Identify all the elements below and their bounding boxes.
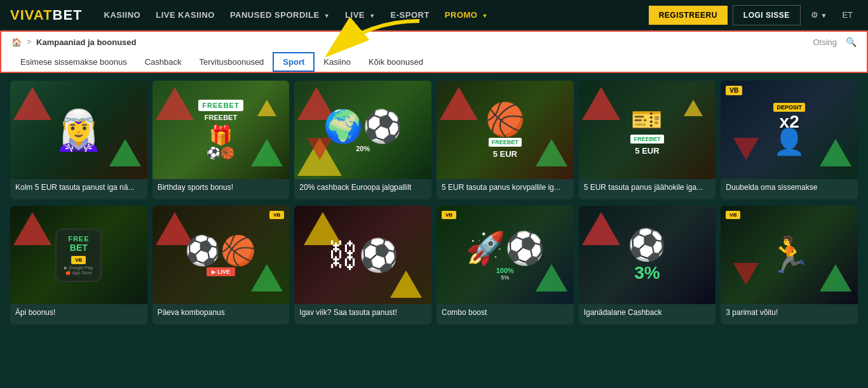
card2-freebet: FREEBET: [198, 100, 243, 111]
nav-esport[interactable]: E-SPORT: [384, 8, 436, 22]
breadcrumb-current: Kampaaniad ja boonused: [36, 37, 136, 47]
promo-card-11[interactable]: ⚽ 3% Iganädalane Cashback: [579, 206, 716, 324]
promo-card-3[interactable]: 🌍⚽ 20% 20% cashback Euroopa jalgpallilt: [294, 81, 431, 199]
main-nav: KASIINO LIVE KASIINO PANUSED SPORDILE ▼ …: [98, 8, 649, 22]
card1-visual: 🧝‍♀️: [54, 110, 103, 150]
card3-title: 20% cashback Euroopa jalgpallilt: [294, 179, 431, 199]
nav-panused-spordile[interactable]: PANUSED SPORDILE ▼: [224, 8, 336, 22]
site-logo[interactable]: VIVATBET: [10, 7, 83, 23]
breadcrumb-home-icon[interactable]: 🏠: [11, 37, 22, 47]
promo-card-12[interactable]: 🏃 VB 3 parimat võitu!: [721, 206, 858, 324]
promo-card-10[interactable]: 🚀⚽ 100% 5% VB Combo boost: [437, 206, 574, 324]
breadcrumb: 🏠 > Kampaaniad ja boonused Otsing 🔍: [11, 37, 857, 47]
logo-vivat: VIVAT: [10, 7, 53, 23]
search-icon[interactable]: 🔍: [846, 37, 857, 47]
settings-button[interactable]: ⚙ ▼: [806, 8, 832, 22]
card2-title: Birthday sports bonus!: [153, 179, 290, 199]
breadcrumb-separator: >: [27, 37, 31, 46]
card6-title: Duubelda oma sissemakse: [721, 179, 858, 199]
register-button[interactable]: REGISTREERU: [649, 6, 728, 25]
main-header: VIVATBET KASIINO LIVE KASIINO PANUSED SP…: [0, 0, 868, 30]
nav-kasiino[interactable]: KASIINO: [98, 8, 147, 22]
card8-title: Päeva kombopanus: [153, 304, 290, 324]
promo-grid-row1: 🧝‍♀️ Kolm 5 EUR tasuta panust iga nä... …: [10, 81, 858, 199]
filter-bar: 🏠 > Kampaaniad ja boonused Otsing 🔍 Esim…: [0, 30, 868, 73]
filter-tabs: Esimese sissemakse boonus Cashback Tervi…: [11, 52, 857, 72]
main-content: 🧝‍♀️ Kolm 5 EUR tasuta panust iga nä... …: [0, 73, 868, 338]
promo-card-7[interactable]: FREE BET VB ▶ Google Play 🍎 App Store Äp…: [10, 206, 147, 324]
logo-bet: BET: [53, 7, 83, 23]
promo-card-8[interactable]: ⚽🏀 ▶ LIVE VB Päeva kombopanus: [153, 206, 290, 324]
promo-card-6[interactable]: DEPOSIT x2 👤 VB Duubelda oma sissemakse: [721, 81, 858, 199]
tab-sport[interactable]: Sport: [273, 52, 315, 72]
tab-tervitus[interactable]: Tervitusboonused: [190, 53, 273, 70]
promo-card-4[interactable]: 🏀 FREEBET 5 EUR 5 EUR tasuta panus korvp…: [437, 81, 574, 199]
language-selector[interactable]: ET: [837, 8, 858, 22]
tab-esimese[interactable]: Esimese sissemakse boonus: [11, 53, 136, 70]
card12-title: 3 parimat võitu!: [721, 304, 858, 324]
promo-card-2[interactable]: FREEBET FREEBET 🎁 ⚽🏀 Birthday sports bon…: [153, 81, 290, 199]
card9-title: Igav viik? Saa tasuta panust!: [294, 304, 431, 324]
card10-title: Combo boost: [437, 304, 574, 324]
card11-title: Iganädalane Cashback: [579, 304, 716, 324]
promo-grid-row2: FREE BET VB ▶ Google Play 🍎 App Store Äp…: [10, 206, 858, 324]
login-button[interactable]: LOGI SISSE: [733, 5, 801, 25]
header-actions: REGISTREERU LOGI SISSE ⚙ ▼ ET: [649, 5, 858, 25]
promo-card-1[interactable]: 🧝‍♀️ Kolm 5 EUR tasuta panust iga nä...: [10, 81, 147, 199]
card1-title: Kolm 5 EUR tasuta panust iga nä...: [10, 179, 147, 199]
nav-live[interactable]: LIVE ▼: [339, 8, 381, 22]
promo-card-5[interactable]: 🎫 FREEBET 5 EUR 5 EUR tasuta panus jääho…: [579, 81, 716, 199]
search-label: Otsing: [813, 37, 837, 47]
tab-cashback[interactable]: Cashback: [136, 53, 191, 70]
nav-promo[interactable]: PROMO ▼: [438, 8, 494, 22]
tab-koik[interactable]: Kõik boonused: [360, 53, 432, 70]
nav-live-kasiino[interactable]: LIVE KASIINO: [149, 8, 221, 22]
card7-title: Äpi boonus!: [10, 304, 147, 324]
promo-card-9[interactable]: ⛓⚽ Igav viik? Saa tasuta panust!: [294, 206, 431, 324]
tab-kasiino[interactable]: Kasiino: [315, 53, 360, 70]
card4-title: 5 EUR tasuta panus korvpallile ig...: [437, 179, 574, 199]
card5-title: 5 EUR tasuta panus jäähokile iga...: [579, 179, 716, 199]
